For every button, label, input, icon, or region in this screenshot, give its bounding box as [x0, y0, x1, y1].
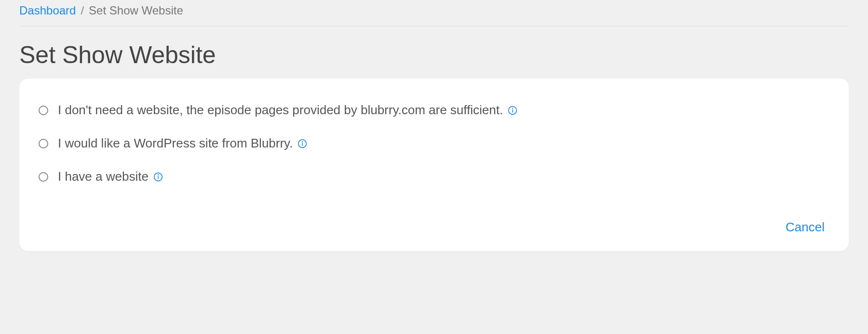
cancel-button[interactable]: Cancel — [781, 218, 829, 237]
info-icon[interactable] — [298, 139, 307, 148]
svg-point-5 — [302, 141, 303, 142]
option-no-website: I don't need a website, the episode page… — [39, 103, 829, 118]
breadcrumb-separator: / — [81, 4, 84, 17]
option-text: I would like a WordPress site from Blubr… — [58, 136, 293, 151]
option-have-website: I have a website — [39, 169, 829, 184]
radio-have-website[interactable] — [39, 172, 48, 182]
breadcrumb: Dashboard / Set Show Website — [19, 0, 849, 27]
label-wordpress[interactable]: I would like a WordPress site from Blubr… — [58, 136, 307, 151]
label-no-website[interactable]: I don't need a website, the episode page… — [58, 103, 517, 118]
info-icon[interactable] — [508, 106, 517, 115]
option-text: I don't need a website, the episode page… — [58, 103, 503, 118]
breadcrumb-dashboard-link[interactable]: Dashboard — [19, 4, 76, 17]
radio-no-website[interactable] — [39, 106, 48, 115]
option-text: I have a website — [58, 169, 149, 184]
breadcrumb-current: Set Show Website — [89, 4, 183, 17]
svg-point-8 — [158, 174, 158, 175]
option-wordpress: I would like a WordPress site from Blubr… — [39, 136, 829, 151]
info-icon[interactable] — [153, 172, 163, 182]
radio-wordpress[interactable] — [39, 139, 48, 148]
actions-row: Cancel — [39, 218, 829, 237]
form-card: I don't need a website, the episode page… — [19, 79, 849, 251]
page-title: Set Show Website — [19, 41, 849, 69]
svg-point-2 — [513, 108, 513, 108]
label-have-website[interactable]: I have a website — [58, 169, 163, 184]
